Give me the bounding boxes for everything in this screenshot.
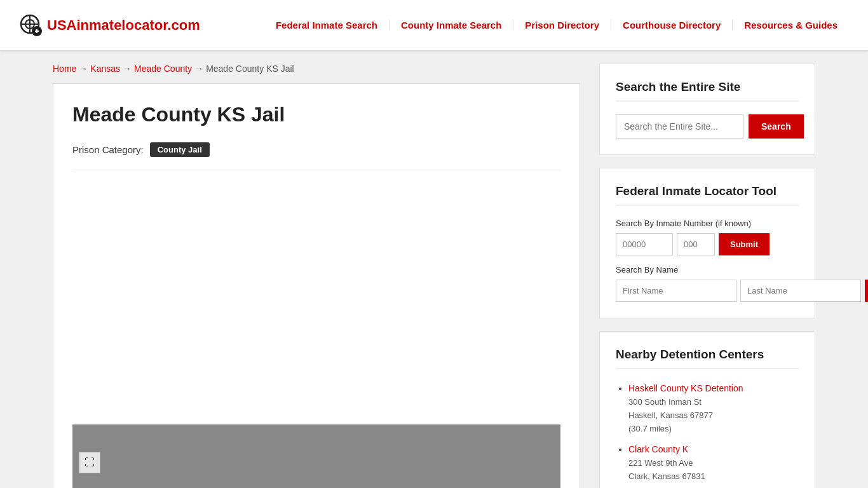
nearby-card: Nearby Detention Centers Haskell County … (599, 331, 815, 488)
breadcrumb-home[interactable]: Home (53, 64, 76, 74)
breadcrumb-kansas[interactable]: Kansas (90, 64, 120, 74)
map-expand-button[interactable]: ⛶ (79, 452, 100, 473)
site-header: USAinmatelocator.com Federal Inmate Sear… (0, 0, 868, 51)
inmate-number-label: Search By Inmate Number (if known) (616, 219, 799, 228)
list-item: Haskell County KS Detention 300 South In… (628, 382, 799, 435)
inmate-number-input-2[interactable] (677, 233, 715, 255)
inmate-name-label: Search By Name (616, 265, 799, 274)
nav-courthouse-directory[interactable]: Courthouse Directory (611, 20, 733, 30)
main-nav: Federal Inmate Search County Inmate Sear… (226, 20, 849, 30)
map-area: ⛶ (72, 424, 560, 488)
inmate-number-row: Submit (616, 233, 799, 255)
inmate-name-row: Submit (616, 280, 799, 302)
search-input[interactable] (616, 114, 743, 139)
nav-federal-inmate-search[interactable]: Federal Inmate Search (264, 20, 390, 30)
nav-resources-guides[interactable]: Resources & Guides (733, 20, 849, 30)
inmate-last-name-input[interactable] (740, 280, 861, 302)
search-row: Search (616, 114, 799, 139)
search-site-title: Search the Entire Site (616, 80, 799, 102)
sidebar: Search the Entire Site Search Federal In… (599, 64, 815, 488)
inmate-locator-card: Federal Inmate Locator Tool Search By In… (599, 168, 815, 318)
site-logo[interactable]: USAinmatelocator.com (19, 13, 200, 37)
main-content: Home → Kansas → Meade County → Meade Cou… (53, 64, 580, 488)
inmate-number-submit[interactable]: Submit (719, 233, 770, 255)
nearby-link-1[interactable]: Haskell County KS Detention (628, 383, 743, 393)
inmate-locator-title: Federal Inmate Locator Tool (616, 184, 799, 206)
expand-icon: ⛶ (85, 457, 95, 468)
prison-category-row: Prison Category: County Jail (72, 142, 560, 170)
breadcrumb-current: Meade County KS Jail (206, 64, 294, 74)
nearby-title: Nearby Detention Centers (616, 348, 799, 369)
nearby-address-2: 221 West 9th Ave (628, 458, 693, 468)
prison-category-label: Prison Category: (72, 144, 144, 155)
nearby-address-2b: Clark, Kansas 67831 (628, 471, 705, 481)
content-wrap: Home → Kansas → Meade County → Meade Cou… (34, 51, 834, 488)
inmate-first-name-input[interactable] (616, 280, 736, 302)
nearby-list: Haskell County KS Detention 300 South In… (616, 382, 799, 483)
nearby-address-1: 300 South Inman St (628, 397, 702, 407)
list-item: Clark County K 221 West 9th Ave Clark, K… (628, 443, 799, 483)
nav-county-inmate-search[interactable]: County Inmate Search (390, 20, 513, 30)
breadcrumb-county[interactable]: Meade County (134, 64, 192, 74)
breadcrumb-arrow-3: → (194, 64, 203, 74)
map-placeholder: ⛶ (72, 424, 560, 488)
breadcrumb: Home → Kansas → Meade County → Meade Cou… (53, 64, 580, 74)
nearby-link-2[interactable]: Clark County K (628, 444, 688, 454)
inmate-name-submit[interactable]: Submit (865, 280, 868, 302)
logo-icon (19, 13, 43, 37)
nearby-address-1b: Haskell, Kansas 67877 (628, 410, 713, 420)
inmate-number-input-1[interactable] (616, 233, 673, 255)
article-title: Meade County KS Jail (72, 103, 560, 126)
search-button[interactable]: Search (749, 114, 804, 139)
category-badge: County Jail (150, 142, 210, 157)
nav-prison-directory[interactable]: Prison Directory (513, 20, 611, 30)
breadcrumb-arrow-2: → (123, 64, 132, 74)
breadcrumb-arrow-1: → (79, 64, 88, 74)
nearby-distance-1: (30.7 miles) (628, 424, 672, 433)
article-box: Meade County KS Jail Prison Category: Co… (53, 83, 580, 488)
search-site-card: Search the Entire Site Search (599, 64, 815, 155)
logo-text: USAinmatelocator.com (47, 17, 200, 34)
